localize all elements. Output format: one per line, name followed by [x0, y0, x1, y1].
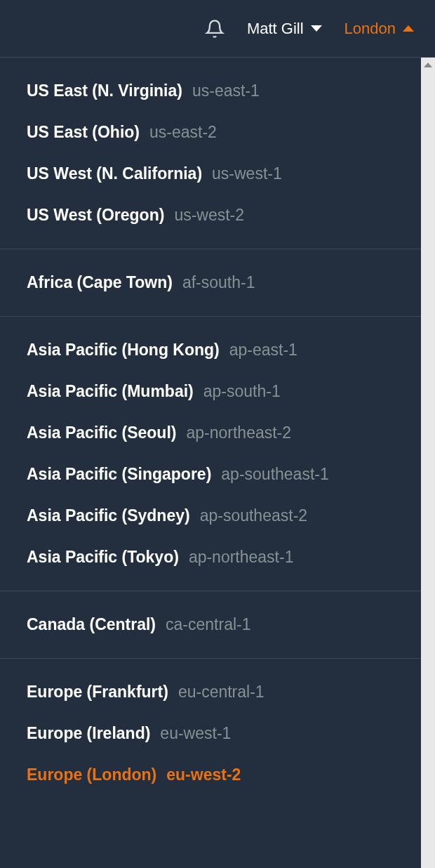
region-item[interactable]: Europe (Ireland)eu-west-1 [0, 713, 421, 754]
region-name-label: Asia Pacific (Mumbai) [27, 382, 194, 401]
region-code-label: us-east-2 [149, 123, 217, 142]
region-group: Africa (Cape Town)af-south-1 [0, 249, 421, 317]
notifications-icon[interactable] [205, 19, 225, 39]
region-item[interactable]: Europe (Frankfurt)eu-central-1 [0, 671, 421, 713]
region-code-label: eu-west-2 [166, 765, 241, 784]
region-code-label: us-west-2 [174, 206, 244, 225]
region-item[interactable]: Asia Pacific (Singapore)ap-southeast-1 [0, 454, 421, 495]
region-item[interactable]: Asia Pacific (Tokyo)ap-northeast-1 [0, 537, 421, 578]
region-group: Europe (Frankfurt)eu-central-1Europe (Ir… [0, 659, 421, 808]
region-name-label: Asia Pacific (Seoul) [27, 423, 176, 442]
region-label: London [344, 20, 396, 38]
region-name-label: US East (N. Virginia) [27, 81, 182, 100]
region-menu[interactable]: London [344, 20, 414, 38]
region-code-label: ap-southeast-1 [221, 465, 328, 484]
region-code-label: eu-west-1 [160, 724, 231, 743]
caret-up-icon [403, 25, 414, 32]
region-list[interactable]: US East (N. Virginia)us-east-1US East (O… [0, 58, 421, 868]
region-code-label: us-west-1 [212, 164, 282, 183]
region-code-label: ca-central-1 [166, 615, 250, 634]
region-name-label: Africa (Cape Town) [27, 273, 173, 292]
region-code-label: ap-northeast-1 [189, 548, 294, 567]
user-menu[interactable]: Matt Gill [247, 20, 322, 38]
region-name-label: Asia Pacific (Hong Kong) [27, 341, 220, 360]
region-code-label: ap-northeast-2 [186, 423, 291, 442]
region-group: US East (N. Virginia)us-east-1US East (O… [0, 58, 421, 249]
region-item[interactable]: Canada (Central)ca-central-1 [0, 604, 421, 645]
region-name-label: US West (N. California) [27, 164, 202, 183]
region-item[interactable]: Europe (London)eu-west-2 [0, 754, 421, 796]
region-item[interactable]: US East (N. Virginia)us-east-1 [0, 70, 421, 112]
header: Matt Gill London [0, 0, 435, 58]
user-name-label: Matt Gill [247, 20, 304, 38]
region-name-label: US West (Oregon) [27, 206, 164, 225]
region-code-label: eu-central-1 [178, 683, 265, 702]
region-item[interactable]: Asia Pacific (Seoul)ap-northeast-2 [0, 412, 421, 454]
region-name-label: Asia Pacific (Tokyo) [27, 548, 179, 567]
region-name-label: Asia Pacific (Sydney) [27, 506, 190, 525]
region-code-label: af-south-1 [182, 273, 255, 292]
region-name-label: Europe (London) [27, 765, 156, 784]
region-item[interactable]: Asia Pacific (Sydney)ap-southeast-2 [0, 495, 421, 537]
region-code-label: us-east-1 [192, 81, 260, 100]
region-item[interactable]: US West (Oregon)us-west-2 [0, 195, 421, 236]
region-code-label: ap-east-1 [229, 341, 297, 360]
region-item[interactable]: US West (N. California)us-west-1 [0, 153, 421, 195]
region-item[interactable]: Asia Pacific (Mumbai)ap-south-1 [0, 371, 421, 412]
scrollbar[interactable] [421, 58, 435, 868]
region-code-label: ap-southeast-2 [200, 506, 307, 525]
region-item[interactable]: Asia Pacific (Hong Kong)ap-east-1 [0, 329, 421, 371]
region-code-label: ap-south-1 [203, 382, 281, 401]
region-group: Canada (Central)ca-central-1 [0, 591, 421, 659]
region-name-label: Europe (Ireland) [27, 724, 150, 743]
region-dropdown: US East (N. Virginia)us-east-1US East (O… [0, 58, 435, 868]
scrollbar-up-button[interactable] [421, 58, 435, 72]
region-name-label: Asia Pacific (Singapore) [27, 465, 211, 484]
region-group: Asia Pacific (Hong Kong)ap-east-1Asia Pa… [0, 317, 421, 591]
region-name-label: Canada (Central) [27, 615, 156, 634]
region-item[interactable]: US East (Ohio)us-east-2 [0, 112, 421, 153]
caret-down-icon [311, 25, 322, 32]
region-name-label: US East (Ohio) [27, 123, 140, 142]
region-name-label: Europe (Frankfurt) [27, 683, 168, 702]
region-item[interactable]: Africa (Cape Town)af-south-1 [0, 262, 421, 303]
